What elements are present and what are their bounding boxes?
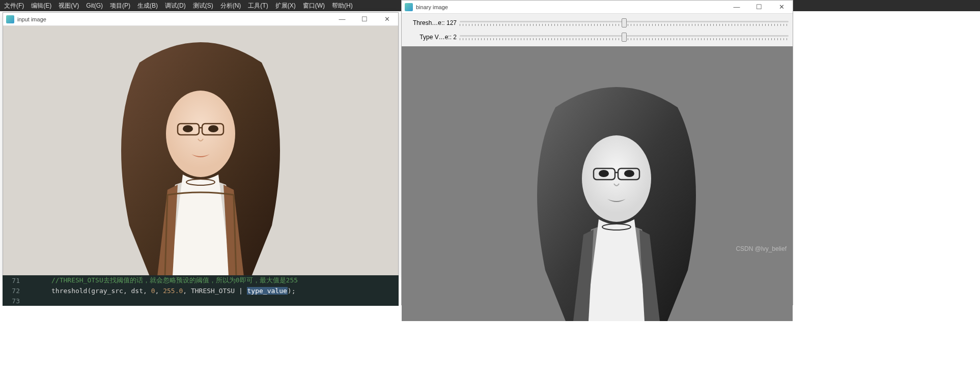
maximize-button[interactable]: ☐	[748, 1, 770, 14]
binary-image-canvas: CSDN @lvy_belief	[402, 46, 793, 321]
titlebar[interactable]: input image — ☐ ✕	[3, 13, 398, 26]
trackbar-panel: Thresh…e:: 127 Type V…e:: 2	[402, 14, 793, 46]
code-comment: //THRESH_OTSU去找阈值的话，就会忽略预设的阈值，所以为0即可，最大值…	[51, 276, 298, 284]
portrait-gray	[515, 77, 718, 321]
window-title: input image	[17, 16, 331, 22]
svg-point-9	[624, 170, 634, 177]
close-button[interactable]: ✕	[376, 13, 398, 26]
trackbar-label: Thresh…e:: 127	[406, 19, 457, 26]
binary-image-window: binary image — ☐ ✕ Thresh…e:: 127 Type V…	[401, 0, 793, 305]
menu-tools[interactable]: 工具(T)	[248, 2, 268, 10]
threshold-slider[interactable]	[460, 18, 789, 27]
code-line: 73	[3, 296, 399, 306]
menu-window[interactable]: 窗口(W)	[303, 2, 325, 10]
menu-view[interactable]: 视图(V)	[59, 2, 79, 10]
minimize-button[interactable]: —	[331, 13, 353, 26]
portrait-color	[99, 32, 302, 276]
input-image-canvas	[3, 26, 398, 276]
menu-project[interactable]: 项目(P)	[110, 2, 130, 10]
line-number: 73	[3, 297, 23, 305]
code-editor[interactable]: 71 //THRESH_OTSU去找阈值的话，就会忽略预设的阈值，所以为0即可，…	[3, 275, 399, 306]
menu-build[interactable]: 生成(B)	[137, 2, 158, 10]
menu-edit[interactable]: 编辑(E)	[31, 2, 51, 10]
type-slider[interactable]	[460, 33, 789, 42]
watermark: CSDN @lvy_belief	[736, 245, 787, 252]
line-number: 71	[3, 277, 23, 284]
app-icon	[6, 15, 14, 23]
svg-point-8	[599, 170, 609, 177]
window-title: binary image	[416, 4, 725, 10]
app-icon	[405, 3, 413, 11]
close-button[interactable]: ✕	[770, 1, 793, 14]
code-text[interactable]: threshold(gray_src, dst, 0, 255.0, THRES…	[31, 287, 295, 295]
menu-help[interactable]: 帮助(H)	[332, 2, 353, 10]
slider-thumb[interactable]	[622, 33, 627, 42]
menu-analyze[interactable]: 分析(N)	[220, 2, 241, 10]
svg-point-1	[183, 125, 193, 132]
code-line: 71 //THRESH_OTSU去找阈值的话，就会忽略预设的阈值，所以为0即可，…	[3, 275, 399, 285]
titlebar[interactable]: binary image — ☐ ✕	[402, 1, 793, 14]
menu-git[interactable]: Git(G)	[86, 2, 103, 9]
maximize-button[interactable]: ☐	[353, 13, 376, 26]
svg-point-2	[208, 125, 218, 132]
trackbar-label: Type V…e:: 2	[406, 34, 457, 41]
menu-test[interactable]: 测试(S)	[193, 2, 213, 10]
minimize-button[interactable]: —	[725, 1, 748, 14]
menu-debug[interactable]: 调试(D)	[165, 2, 186, 10]
type-trackbar: Type V…e:: 2	[406, 30, 789, 44]
line-number: 72	[3, 287, 23, 295]
menu-file[interactable]: 文件(F)	[4, 2, 24, 10]
svg-point-0	[166, 91, 235, 177]
svg-point-7	[582, 135, 651, 222]
selected-text: type_value	[247, 287, 288, 295]
threshold-trackbar: Thresh…e:: 127	[406, 16, 789, 30]
slider-thumb[interactable]	[622, 18, 627, 27]
code-line: 72 threshold(gray_src, dst, 0, 255.0, TH…	[3, 285, 399, 296]
menu-extensions[interactable]: 扩展(X)	[275, 2, 296, 10]
input-image-window: input image — ☐ ✕	[3, 12, 399, 277]
